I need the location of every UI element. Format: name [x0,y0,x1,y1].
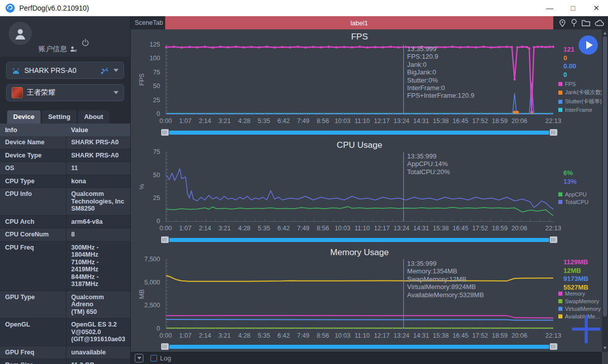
legend-label: Memory [565,291,585,297]
series-marker-FPS [165,46,168,49]
value-cell: 11 [66,162,130,175]
scroll-up-arrow-icon[interactable] [603,32,606,34]
legend-label: Stutter(卡顿率) [565,98,602,105]
legend-item[interactable]: AppCPU [558,191,588,197]
table-row: CPU Archarm64-v8a [0,215,130,228]
series-marker-FPS [475,46,477,49]
location-pin-icon[interactable] [558,18,567,27]
x-tick-label: 1:07 [179,117,192,125]
play-button[interactable] [579,35,598,55]
scrollbar-track[interactable] [169,238,549,242]
scrollbar-track[interactable] [169,131,549,135]
vertical-scrollbar-thumb[interactable] [603,36,607,316]
info-cell: CPU CoreNum [0,228,66,241]
scrollbar-right-handle[interactable] [550,236,557,243]
avatar[interactable] [9,22,32,45]
legend-item[interactable]: Jank(卡顿次数) [558,89,603,96]
scroll-down-arrow-icon[interactable] [603,347,606,349]
y-tick-label: 50 [131,172,160,179]
table-row: GPU Frequnavailable [0,346,130,359]
legend-label: TotalCPU [565,199,588,205]
sidebar-tabs: Device Setting About [0,110,130,124]
pin-icon[interactable] [571,18,578,27]
value-cell: SHARK PRS-A0 [66,136,130,149]
scrollbar-right-handle[interactable] [550,129,557,136]
plot-area[interactable]: 13:35:999Memory:1354MBSwapMemory:12MBVir… [166,259,553,329]
app-select[interactable]: 王者荣耀 [6,84,124,101]
table-row: CPU Freq300MHz - 1804MHz 710MHz - 2419MH… [0,241,130,291]
vertical-scrollbar[interactable] [602,29,608,352]
info-cell: GPU Type [0,291,66,318]
series-marker-FPS [382,46,385,49]
folder-icon[interactable] [581,18,591,27]
tooltip-line: BigJank:0 [407,68,475,76]
series-values: 1129MB12MB9173MB5527MB [563,258,588,292]
x-tick-label: 7:49 [297,332,309,339]
maximize-button[interactable]: □ [561,0,585,16]
x-tick-label: 5:35 [258,332,270,339]
legend-item[interactable]: Stutter(卡顿率) [558,98,603,105]
tab-about[interactable]: About [78,110,109,124]
series-marker-FPS [320,46,322,49]
legend-item[interactable]: TotalCPU [558,199,588,205]
table-row: Ram Size11.3 GB [0,359,130,364]
series-line-AvailableMemory [166,275,553,281]
chart-right-panel: 6%13% AppCPUTotalCPU [557,138,602,245]
x-tick-label: 11:10 [355,117,370,125]
y-tick-label: 0 [131,325,160,332]
x-tick-label: 6:42 [278,332,290,339]
x-tick-label: 1:07 [179,332,192,339]
horizontal-scrollbar[interactable] [161,343,557,350]
perfdog-logo-icon [5,3,15,13]
legend-item[interactable]: Memory [558,291,601,297]
value-cell: arm64-v8a [66,215,130,228]
x-tick-label: 3:21 [218,332,231,339]
x-tick-label: 4:28 [238,332,250,339]
legend-item[interactable]: InterFrame [558,107,603,113]
scrollbar-track[interactable] [169,345,549,349]
horizontal-scrollbar[interactable] [161,236,557,243]
series-marker-FPS [196,46,199,49]
series-marker-FPS [498,46,501,49]
close-button[interactable]: ✕ [585,0,608,16]
x-tick-label: 0:00 [160,332,172,339]
series-marker-FPS [548,46,551,48]
cursor-line [403,152,404,221]
plot-area[interactable]: 13:35:999AppCPU:14%TotalCPU:20% [166,152,553,222]
tooltip-line: InterFrame:0 [407,84,475,92]
account-info-label[interactable]: 账户信息 [39,45,77,54]
legend-item[interactable]: VirtualMemory [558,306,601,312]
legend-item[interactable]: FPS [558,81,603,87]
value-cell: SHARK PRS-A0 [66,149,130,162]
cloud-icon[interactable] [594,18,605,27]
tab-setting[interactable]: Setting [42,110,77,124]
scene-tab-label1[interactable]: label1 [165,16,553,29]
series-marker-FPS [490,46,492,49]
scrollbar-left-handle[interactable] [161,236,169,243]
plot-area[interactable]: 13:35:999FPS:120.9Jank:0BigJank:0Stutter… [166,45,553,114]
log-checkbox[interactable] [150,355,157,361]
x-tick-label: 15:38 [433,225,448,232]
x-tick-label: 17:52 [472,117,488,125]
tab-device[interactable]: Device [7,110,41,124]
horizontal-scrollbar[interactable] [161,129,557,136]
value-cell: 300MHz - 1804MHz 710MHz - 2419MHz 844MHz… [66,241,130,291]
legend-swatch-icon [558,200,562,204]
tooltip-line: SwapMemory:12MB [407,275,484,283]
y-tick-label: 100 [131,55,160,62]
x-tick-label: 2:14 [199,225,211,232]
scrollbar-left-handle[interactable] [161,129,169,136]
minimize-button[interactable]: — [538,0,561,16]
legend-item[interactable]: SwapMemory [558,298,601,304]
crosshair-plus-icon[interactable] [572,315,600,343]
legend-swatch-icon [558,108,562,112]
log-dropdown-button[interactable] [135,354,143,362]
y-tick-label: 125 [131,41,160,48]
scrollbar-right-handle[interactable] [550,343,557,350]
tooltip-line: 13:35:999 [407,152,450,160]
scrollbar-left-handle[interactable] [161,343,169,350]
power-icon[interactable] [81,38,90,49]
log-toggle[interactable]: Log [150,354,171,362]
legend-label: Jank(卡顿次数) [565,89,603,96]
device-select[interactable]: SHARK PRS-A0 [6,62,124,79]
